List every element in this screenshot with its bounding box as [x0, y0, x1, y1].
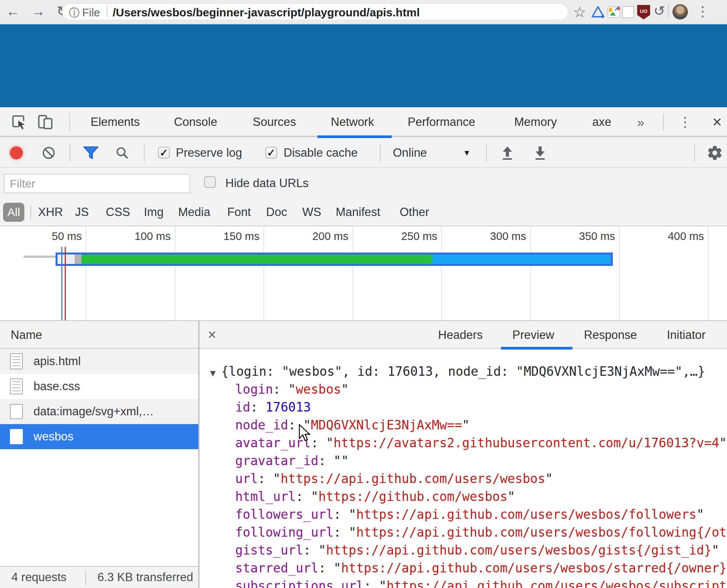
json-colon: :	[319, 561, 334, 575]
json-property-row[interactable]: html_url: "https://github.com/wesbos"	[199, 489, 727, 505]
tab-network[interactable]: Network	[331, 107, 374, 137]
waterfall-blue-segment	[432, 254, 611, 264]
json-property-row[interactable]: subscriptions_url: "https://api.github.c…	[199, 578, 727, 588]
json-key: login	[235, 382, 273, 397]
json-property-row[interactable]: url: "https://api.github.com/users/wesbo…	[199, 471, 727, 487]
json-colon: :	[296, 489, 311, 504]
json-property-row[interactable]: starred_url: "https://api.github.com/use…	[199, 560, 727, 576]
json-property-row[interactable]: login: "wesbos"	[199, 381, 727, 397]
tab-console[interactable]: Console	[174, 107, 217, 137]
axe-extension-icon[interactable]	[591, 5, 605, 19]
hide-data-urls-checkbox[interactable]	[204, 176, 216, 188]
record-network-log-button[interactable]	[10, 146, 23, 159]
browser-toolbar: ← → ↻ ⓘ File /Users/wesbos/beginner-java…	[0, 0, 727, 24]
json-property-row[interactable]: followers_url: "https://api.github.com/u…	[199, 507, 727, 523]
url-scheme-label: File	[82, 6, 100, 19]
tab-sources[interactable]: Sources	[253, 107, 296, 137]
json-property-row[interactable]: node_id: "MDQ6VXNlcjE3NjAxMw=="	[199, 417, 727, 433]
forward-button-icon[interactable]: →	[30, 3, 46, 20]
type-filter-img[interactable]: Img	[144, 198, 164, 226]
filter-funnel-icon[interactable]	[83, 146, 99, 160]
mouse-cursor	[298, 424, 311, 442]
type-filter-xhr[interactable]: XHR	[38, 198, 63, 226]
disable-cache-checkbox[interactable]: ✓	[265, 147, 277, 159]
browser-menu-icon[interactable]: ⋮	[695, 3, 710, 19]
timeline-gridline	[86, 226, 86, 320]
bookmark-star-icon[interactable]: ☆	[573, 4, 586, 21]
timeline-tick-label: 400 ms	[643, 230, 704, 243]
request-name: base.css	[33, 374, 80, 399]
network-main-area: Name apis.htmlbase.cssdata:image/svg+xml…	[0, 321, 727, 588]
transferred-size: 6.3 KB transferred	[97, 567, 193, 588]
json-key: id	[235, 400, 250, 415]
tab-memory[interactable]: Memory	[514, 107, 557, 137]
tabbar-separator	[69, 113, 70, 131]
throttling-select-value[interactable]: Online	[393, 138, 427, 168]
requests-name-column-header[interactable]: Name	[0, 321, 198, 349]
inspect-element-icon[interactable]	[11, 114, 27, 130]
ublock-extension-icon[interactable]: UO	[637, 5, 650, 19]
request-row-2[interactable]: base.css	[0, 374, 198, 399]
extension-icon[interactable]	[622, 6, 634, 18]
device-toolbar-icon[interactable]	[37, 114, 55, 130]
json-root-summary: {login: "wesbos", id: 176013, node_id: "…	[221, 364, 705, 380]
json-property-row[interactable]: avatar_url: "https://avatars2.githubuser…	[199, 435, 727, 451]
devtools-panel: ElementsConsoleSourcesNetworkPerformance…	[0, 107, 727, 588]
preserve-log-checkbox[interactable]: ✓	[158, 147, 170, 159]
network-status-bar: 4 requests 6.3 KB transferred	[0, 566, 198, 588]
screenshot-extension-icon[interactable]	[607, 5, 621, 19]
type-filter-font[interactable]: Font	[227, 198, 251, 226]
webpage-viewport[interactable]	[0, 24, 727, 107]
session-restore-extension-icon[interactable]: ↺	[652, 3, 667, 17]
detail-close-icon[interactable]: ×	[208, 321, 216, 349]
json-string-value: https://api.github.com/users/wesbos/foll…	[356, 525, 727, 540]
request-row-3[interactable]: data:image/svg+xml,…	[0, 399, 198, 424]
disclosure-triangle-icon[interactable]: ▼	[210, 365, 215, 381]
type-filter-all[interactable]: All	[3, 203, 24, 222]
preserve-log-label[interactable]: Preserve log	[176, 138, 242, 168]
address-bar[interactable]: ⓘ File /Users/wesbos/beginner-javascript…	[62, 3, 568, 20]
json-colon: :	[258, 471, 273, 486]
type-filter-css[interactable]: CSS	[106, 198, 130, 226]
json-property-row[interactable]: following_url: "https://api.github.com/u…	[199, 524, 727, 540]
url-text[interactable]: /Users/wesbos/beginner-javascript/playgr…	[113, 6, 420, 19]
type-filter-doc[interactable]: Doc	[266, 198, 287, 226]
network-settings-gear-icon[interactable]	[706, 145, 723, 161]
tab-performance[interactable]: Performance	[408, 107, 475, 137]
type-filter-other[interactable]: Other	[400, 198, 429, 226]
filter-input[interactable]	[4, 174, 190, 193]
detail-tab-headers[interactable]: Headers	[438, 321, 483, 349]
profile-avatar[interactable]	[672, 4, 688, 20]
network-overview-timeline[interactable]: 50 ms100 ms150 ms200 ms250 ms300 ms350 m…	[0, 226, 727, 321]
clear-network-log-icon[interactable]	[42, 146, 56, 160]
json-key: following_url	[235, 525, 333, 540]
search-icon[interactable]	[115, 146, 129, 160]
export-har-icon[interactable]	[532, 145, 548, 161]
json-property-row[interactable]: id: 176013	[199, 399, 727, 415]
disable-cache-label[interactable]: Disable cache	[284, 138, 358, 168]
import-har-icon[interactable]	[499, 145, 515, 161]
request-row-4[interactable]: wesbos	[0, 424, 198, 449]
page-info-icon[interactable]: ⓘ	[69, 6, 80, 20]
tab-elements[interactable]: Elements	[91, 107, 140, 137]
hide-data-urls-label[interactable]: Hide data URLs	[225, 168, 309, 198]
type-filter-js[interactable]: JS	[75, 198, 89, 226]
overview-waterfall-bar[interactable]	[56, 253, 613, 266]
back-button-icon[interactable]: ←	[5, 3, 21, 20]
detail-tab-initiator[interactable]: Initiator	[667, 321, 706, 349]
devtools-menu-icon[interactable]: ⋮	[678, 112, 692, 132]
type-filter-manifest[interactable]: Manifest	[336, 198, 380, 226]
tab-axe[interactable]: axe	[592, 107, 611, 137]
more-tabs-chevron-icon[interactable]: »	[637, 107, 644, 137]
preview-json-tree[interactable]: ▼ {login: "wesbos", id: 176013, node_id:…	[199, 350, 727, 588]
json-close-quote: "	[545, 471, 553, 486]
json-property-row[interactable]: gravatar_id: ""	[199, 453, 727, 469]
request-row-1[interactable]: apis.html	[0, 349, 198, 374]
throttling-caret-icon[interactable]: ▼	[463, 138, 471, 168]
detail-tab-preview[interactable]: Preview	[512, 321, 554, 349]
devtools-close-icon[interactable]: ×	[709, 112, 725, 132]
json-property-row[interactable]: gists_url: "https://api.github.com/users…	[199, 542, 727, 558]
type-filter-ws[interactable]: WS	[302, 198, 321, 226]
type-filter-media[interactable]: Media	[178, 198, 210, 226]
detail-tab-response[interactable]: Response	[584, 321, 637, 349]
